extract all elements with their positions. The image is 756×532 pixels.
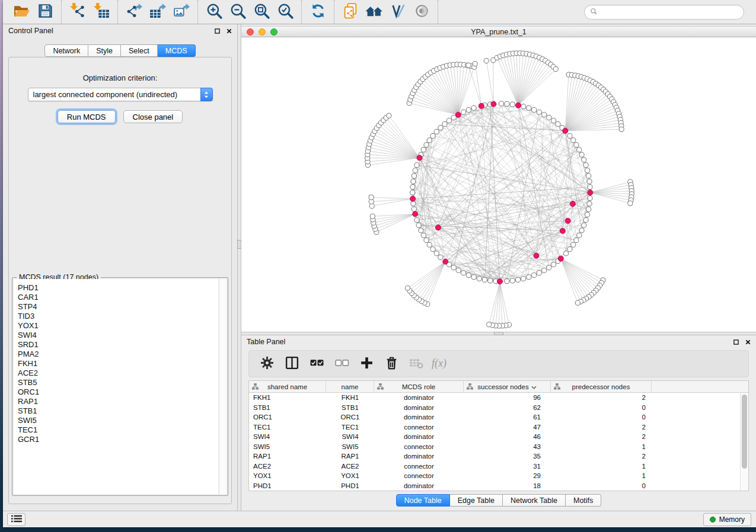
import-table-icon xyxy=(93,2,110,21)
table-row[interactable]: STB1STB1dominator620 xyxy=(249,403,740,413)
tab-edge-table[interactable]: Edge Table xyxy=(450,494,503,507)
window-zoom-button[interactable] xyxy=(270,28,277,36)
window-minimize-button[interactable] xyxy=(259,28,266,36)
toolbar-group xyxy=(62,0,118,24)
network-graph[interactable] xyxy=(241,37,756,332)
settings-gear-button[interactable] xyxy=(256,352,277,375)
zoom-fit-icon xyxy=(253,2,270,21)
column-layout-button[interactable] xyxy=(281,352,302,375)
memory-button[interactable]: Memory xyxy=(703,513,751,526)
tab-network-table[interactable]: Network Table xyxy=(503,494,566,507)
mcds-result-item[interactable]: PHD1 xyxy=(18,283,218,293)
table-cell: STB1 xyxy=(249,404,326,411)
table-cell: 2 xyxy=(551,453,652,460)
table-scrollbar[interactable] xyxy=(740,393,748,491)
mcds-result-item[interactable]: TID3 xyxy=(18,312,218,321)
refresh-layout-button[interactable] xyxy=(306,2,330,22)
close-panel-action-button[interactable]: Close panel xyxy=(123,110,183,123)
toolbar-group xyxy=(302,0,334,24)
close-panel-button[interactable] xyxy=(227,28,232,34)
table-row[interactable]: SWI5SWI5connector431 xyxy=(249,442,740,452)
table-cell: ORC1 xyxy=(249,414,326,421)
table-row[interactable]: SWI4SWI4dominator462 xyxy=(249,432,740,442)
task-history-button[interactable] xyxy=(7,513,25,526)
table-scrollbar-thumb[interactable] xyxy=(742,395,747,469)
tab-mcds[interactable]: MCDS xyxy=(158,44,196,57)
mcds-result-item[interactable]: RAP1 xyxy=(18,397,218,406)
table-cell: 96 xyxy=(464,394,551,401)
zoom-fit-button[interactable] xyxy=(250,2,273,22)
mcds-result-item[interactable]: SWI5 xyxy=(18,416,218,425)
mcds-result-item[interactable]: CAR1 xyxy=(18,293,218,302)
zoom-selected-button[interactable] xyxy=(273,2,297,22)
open-home-button[interactable] xyxy=(362,2,386,22)
mcds-result-list[interactable]: PHD1CAR1STP4TID3YOX1SWI4SRD1PMA2FKH1ACE2… xyxy=(14,279,219,494)
mcds-result-item[interactable]: TEC1 xyxy=(18,425,218,435)
table-cell: 2 xyxy=(551,424,652,431)
table-row[interactable]: ACE2ACE2connector311 xyxy=(249,462,740,472)
table-row[interactable]: TEC1TEC1connector472 xyxy=(249,422,740,432)
column-header-successor-nodes[interactable]: successor nodes xyxy=(464,381,551,392)
vertical-splitter-grip[interactable] xyxy=(237,240,241,249)
mcds-result-item[interactable]: ACE2 xyxy=(18,368,218,378)
zoom-out-button[interactable] xyxy=(226,2,250,22)
export-image-button[interactable] xyxy=(170,2,193,22)
column-header-shared-name[interactable]: shared name xyxy=(249,381,326,392)
mcds-result-item[interactable]: FKH1 xyxy=(18,359,218,368)
mcds-result-item[interactable]: SWI4 xyxy=(18,331,218,340)
table-row[interactable]: RAP1RAP1dominator352 xyxy=(249,451,740,462)
mcds-result-item[interactable]: ORC1 xyxy=(18,387,218,397)
column-header-predecessor-nodes[interactable]: predecessor nodes xyxy=(551,381,652,392)
mcds-result-item[interactable]: GCR1 xyxy=(18,435,218,444)
criterion-dropdown[interactable]: largest connected component (undirected) xyxy=(28,88,213,101)
refresh-layout-icon xyxy=(310,2,327,21)
export-network-button[interactable] xyxy=(122,2,146,22)
table-cell: dominator xyxy=(374,433,464,440)
search-input[interactable] xyxy=(598,7,744,18)
import-table-button[interactable] xyxy=(90,2,113,22)
tab-select[interactable]: Select xyxy=(121,44,158,57)
window-close-button[interactable] xyxy=(247,28,254,36)
run-mcds-button[interactable]: Run MCDS xyxy=(58,110,116,123)
table-close-panel-button[interactable] xyxy=(745,339,751,345)
table-cell: 18 xyxy=(464,482,551,489)
save-session-button[interactable] xyxy=(33,2,57,22)
table-float-panel-button[interactable] xyxy=(733,339,739,345)
mcds-result-item[interactable]: SRD1 xyxy=(18,340,218,350)
table-cell: 46 xyxy=(464,433,551,440)
table-row[interactable]: ORC1ORC1dominator610 xyxy=(249,412,740,422)
mcds-result-item[interactable]: STP4 xyxy=(18,302,218,312)
table-row[interactable]: PHD1PHD1dominator180 xyxy=(249,481,740,491)
zoom-in-button[interactable] xyxy=(202,2,226,22)
tab-node-table[interactable]: Node Table xyxy=(396,494,450,507)
mcds-result-item[interactable]: YOX1 xyxy=(18,321,218,331)
table-cell: 1 xyxy=(551,472,652,479)
add-row-button[interactable] xyxy=(356,352,377,375)
graphics-details-button[interactable] xyxy=(386,2,410,22)
column-header-name[interactable]: name xyxy=(326,381,374,392)
export-table-button[interactable] xyxy=(146,2,170,22)
tab-network[interactable]: Network xyxy=(44,44,88,57)
table-header-row: shared namenameMCDS rolesuccessor nodesp… xyxy=(249,381,748,393)
result-list-scrollbar[interactable] xyxy=(219,279,227,494)
mcds-result-item[interactable]: STB5 xyxy=(18,378,218,387)
mcds-result-item[interactable]: PMA2 xyxy=(18,350,218,359)
table-row[interactable]: YOX1YOX1connector291 xyxy=(249,471,740,481)
tab-style[interactable]: Style xyxy=(88,44,121,57)
table-row[interactable]: FKH1FKH1dominator962 xyxy=(249,393,740,403)
table-cell: 2 xyxy=(551,433,652,440)
table-panel-header: Table Panel xyxy=(241,335,756,348)
column-header-MCDS-role[interactable]: MCDS role xyxy=(374,381,464,392)
float-panel-button[interactable] xyxy=(215,28,220,34)
open-file-button[interactable] xyxy=(9,2,33,22)
svg-text:f(x): f(x) xyxy=(432,357,446,370)
delete-row-button[interactable] xyxy=(381,352,402,375)
select-all-button[interactable] xyxy=(306,352,327,375)
import-network-button[interactable] xyxy=(66,2,90,22)
mcds-result-item[interactable]: STB1 xyxy=(18,406,218,416)
deselect-all-button[interactable] xyxy=(331,352,352,375)
share-document-button[interactable] xyxy=(339,2,362,22)
network-view-canvas[interactable] xyxy=(241,37,756,332)
vertical-splitter[interactable] xyxy=(237,24,241,511)
tab-motifs[interactable]: Motifs xyxy=(566,494,601,507)
